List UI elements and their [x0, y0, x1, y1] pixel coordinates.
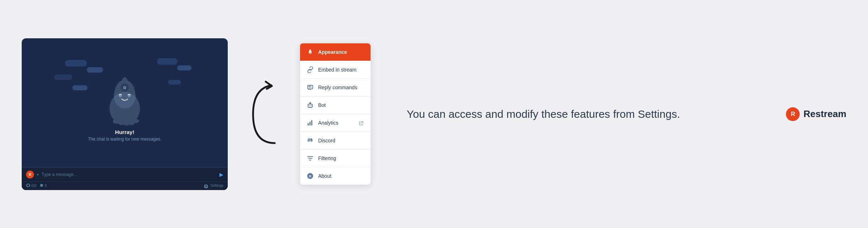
- svg-rect-15: [308, 104, 312, 107]
- settings-menu: Appearance Embed in stream Reply command…: [300, 43, 371, 185]
- about-label: About: [318, 173, 364, 179]
- send-icon[interactable]: ▶: [219, 172, 223, 177]
- svg-point-16: [309, 105, 309, 106]
- discord-icon: [307, 137, 314, 144]
- embed-in-stream-label: Embed in stream: [318, 67, 364, 73]
- chat-bubble-6: [168, 80, 181, 85]
- chat-bubble-5: [54, 74, 72, 80]
- restream-logo-text: Restream: [803, 108, 846, 120]
- chat-bubble-2: [87, 67, 103, 73]
- svg-point-7: [118, 121, 124, 125]
- chat-footer: 0/0 0 Settings: [22, 181, 228, 190]
- analytics-label: Analytics: [318, 120, 355, 126]
- main-container: R Hurray! The chat is waiting for new me…: [0, 0, 868, 228]
- menu-item-discord[interactable]: Discord: [300, 132, 371, 150]
- discord-label: Discord: [318, 138, 364, 143]
- chat-bubble-1: [65, 60, 87, 66]
- restream-logo-icon: R: [786, 107, 800, 121]
- description-paragraph: You can access and modify these features…: [407, 106, 750, 122]
- svg-point-17: [311, 105, 311, 106]
- chart-icon: [307, 119, 314, 126]
- chat-bubble-3: [157, 58, 177, 65]
- svg-rect-21: [311, 120, 312, 125]
- viewers-count: 0/0: [26, 184, 37, 188]
- svg-point-11: [40, 184, 43, 187]
- restream-small-icon: R: [307, 172, 314, 180]
- eye-count: 0: [39, 184, 47, 188]
- menu-item-about[interactable]: R About: [300, 167, 371, 185]
- chat-status-sub: The chat is waiting for new messages.: [88, 137, 161, 142]
- mascot-icon: R: [101, 71, 148, 125]
- menu-item-reply-commands[interactable]: Reply commands: [300, 79, 371, 96]
- link-icon: [307, 66, 314, 73]
- chat-status-title: Hurray!: [88, 129, 161, 135]
- bot-label: Bot: [318, 102, 364, 108]
- chat-status: Hurray! The chat is waiting for new mess…: [88, 129, 161, 142]
- menu-item-bot[interactable]: Bot: [300, 96, 371, 114]
- flame-icon: [307, 48, 314, 56]
- dropdown-arrow-icon: ▾: [37, 173, 39, 177]
- svg-text:R: R: [309, 175, 312, 178]
- chat-bubble-4: [177, 65, 192, 70]
- filtering-label: Filtering: [318, 155, 364, 161]
- mascot-container: R Hurray! The chat is waiting for new me…: [88, 71, 161, 142]
- description-section: You can access and modify these features…: [385, 106, 771, 122]
- reply-commands-label: Reply commands: [318, 85, 364, 90]
- chat-body: R Hurray! The chat is waiting for new me…: [22, 38, 228, 168]
- svg-point-14: [310, 89, 311, 90]
- chat-bubble-7: [72, 85, 87, 90]
- bot-icon: [307, 102, 314, 109]
- chat-window: R Hurray! The chat is waiting for new me…: [22, 38, 228, 190]
- reply-icon: [307, 84, 314, 91]
- menu-item-appearance[interactable]: Appearance: [300, 43, 371, 61]
- restream-logo: R Restream: [786, 107, 846, 121]
- menu-item-analytics[interactable]: Analytics: [300, 114, 371, 132]
- menu-item-filtering[interactable]: Filtering: [300, 150, 371, 167]
- chat-footer-left: 0/0 0: [26, 184, 47, 188]
- svg-rect-19: [308, 123, 309, 125]
- svg-text:R: R: [123, 86, 126, 90]
- filter-icon: [307, 155, 314, 162]
- appearance-label: Appearance: [318, 49, 364, 55]
- svg-point-10: [133, 119, 139, 123]
- chat-input-bar: R ▾ Type a message... ▶: [22, 167, 228, 181]
- svg-point-13: [308, 89, 309, 90]
- settings-link[interactable]: Settings: [204, 184, 223, 188]
- svg-rect-20: [309, 122, 311, 125]
- external-link-icon: [359, 120, 364, 125]
- chat-avatar: R: [26, 171, 34, 178]
- arrow-container: [242, 78, 286, 150]
- curved-arrow-icon: [246, 78, 282, 150]
- chat-input-placeholder[interactable]: Type a message...: [42, 172, 217, 177]
- menu-item-embed-in-stream[interactable]: Embed in stream: [300, 61, 371, 79]
